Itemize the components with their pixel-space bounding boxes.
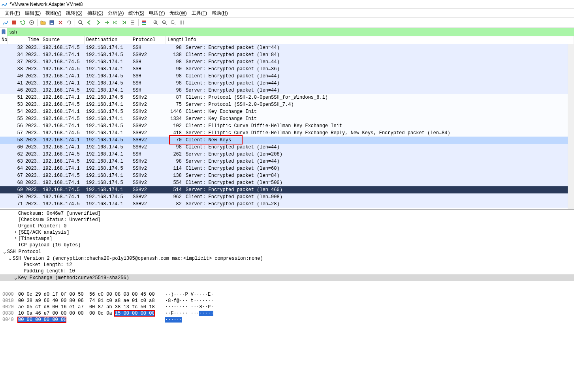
packet-row[interactable]: 622023…192.168.174.5192.168.174.1SSH262S… bbox=[0, 151, 574, 158]
go-last-icon[interactable] bbox=[120, 19, 128, 26]
menu-item[interactable]: 无线(W) bbox=[168, 9, 188, 17]
scrollbar[interactable] bbox=[568, 44, 574, 209]
packet-row[interactable]: 692023…192.168.174.5192.168.174.1SSHv251… bbox=[0, 186, 574, 193]
packet-row[interactable]: 372023…192.168.174.5192.168.174.1SSH98Se… bbox=[0, 58, 574, 66]
go-first-icon[interactable] bbox=[111, 19, 119, 26]
menu-item[interactable]: 统计(S) bbox=[127, 9, 146, 17]
hex-row[interactable]: 004000 00 00 00 00 00······ bbox=[2, 317, 572, 323]
cell-info: Server: Encrypted packet (len=208) bbox=[183, 152, 574, 157]
menu-item[interactable]: 电话(Y) bbox=[147, 9, 166, 17]
packet-row[interactable]: 582023…192.168.174.1192.168.174.5SSHv270… bbox=[0, 137, 574, 144]
column-source[interactable]: Source bbox=[41, 36, 85, 44]
cell-source: 192.168.174.5 bbox=[41, 130, 85, 136]
packet-row[interactable]: 412023…192.168.174.1192.168.174.5SSH98Cl… bbox=[0, 80, 574, 87]
find-packet-icon[interactable] bbox=[77, 19, 85, 26]
packet-row[interactable]: 552023…192.168.174.5192.168.174.1SSHv213… bbox=[0, 115, 574, 122]
detail-line[interactable]: Packet Length: 12 bbox=[0, 262, 574, 268]
menu-item[interactable]: 捕获(C) bbox=[86, 9, 105, 17]
packet-row[interactable]: 462023…192.168.174.5192.168.174.1SSH98Se… bbox=[0, 87, 574, 94]
auto-scroll-icon[interactable] bbox=[129, 19, 137, 26]
close-file-icon[interactable] bbox=[56, 19, 64, 26]
detail-line[interactable]: SSH Version 2 (encryption:chacha20-poly1… bbox=[0, 255, 574, 262]
cell-time: 2023… bbox=[24, 88, 41, 93]
cell-no: 51 bbox=[8, 95, 24, 100]
menubar[interactable]: 文件(F)编辑(E)视图(V)跳转(G)捕获(C)分析(A)统计(S)电话(Y)… bbox=[0, 9, 574, 17]
column-length[interactable]: Length bbox=[166, 36, 183, 44]
detail-line[interactable]: Checksum: 0x46e7 [unverified] bbox=[0, 210, 574, 217]
go-forward-icon[interactable] bbox=[94, 19, 102, 26]
detail-line[interactable]: Key Exchange (method:curve25519-sha256) bbox=[0, 274, 574, 281]
column-info[interactable]: Info bbox=[183, 36, 574, 44]
menu-item[interactable]: 编辑(E) bbox=[23, 9, 42, 17]
open-file-icon[interactable] bbox=[39, 19, 47, 26]
packet-row[interactable]: 602023…192.168.174.1192.168.174.5SSHv298… bbox=[0, 144, 574, 151]
titlebar: *VMware Network Adapter VMnet8 bbox=[0, 0, 574, 9]
menu-item[interactable]: 文件(F) bbox=[3, 9, 22, 17]
zoom-out-icon[interactable] bbox=[160, 19, 168, 26]
save-file-icon[interactable] bbox=[48, 19, 56, 26]
packet-bytes-pane[interactable]: 000000 0c 29 d0 1f 0f 00 50 56 c0 00 08 … bbox=[0, 290, 574, 392]
zoom-reset-icon[interactable] bbox=[169, 19, 177, 26]
packet-row[interactable]: 342023…192.168.174.1192.168.174.5SSHv213… bbox=[0, 51, 574, 58]
detail-line[interactable]: [SEQ/ACK analysis] bbox=[0, 229, 574, 236]
cell-info: Client: Key Exchange Init bbox=[183, 109, 574, 114]
packet-row[interactable]: 572023…192.168.174.5192.168.174.1SSHv241… bbox=[0, 129, 574, 137]
column-time[interactable]: Time bbox=[8, 36, 41, 44]
packet-list-header[interactable]: No. Time Source Destination Protocol Len… bbox=[0, 36, 574, 44]
cell-destination: 192.168.174.1 bbox=[85, 130, 131, 136]
packet-row[interactable]: 512023…192.168.174.1192.168.174.5SSHv287… bbox=[0, 94, 574, 101]
packet-row[interactable]: 642023…192.168.174.1192.168.174.5SSHv211… bbox=[0, 165, 574, 172]
packet-row[interactable]: 682023…192.168.174.1192.168.174.5SSHv255… bbox=[0, 179, 574, 186]
cell-destination: 192.168.174.1 bbox=[85, 116, 131, 122]
menu-item[interactable]: 跳转(G) bbox=[64, 9, 84, 17]
hex-row[interactable]: 003010 0a 46 e7 00 00 00 00 00 0c 0a 15 … bbox=[2, 311, 572, 317]
packet-row[interactable]: 322023…192.168.174.5192.168.174.1SSH98Se… bbox=[0, 44, 574, 51]
menu-item[interactable]: 帮助(H) bbox=[210, 9, 230, 17]
detail-line[interactable]: TCP payload (16 bytes) bbox=[0, 242, 574, 248]
packet-row[interactable]: 712023…192.168.174.5192.168.174.1SSHv282… bbox=[0, 201, 574, 208]
packet-row[interactable]: 672023…192.168.174.5192.168.174.1SSHv213… bbox=[0, 172, 574, 179]
display-filter-input[interactable] bbox=[7, 28, 574, 36]
cell-length: 262 bbox=[166, 152, 183, 157]
packet-row[interactable]: 702023…192.168.174.1192.168.174.5SSHv296… bbox=[0, 193, 574, 201]
cell-length: 98 bbox=[166, 45, 183, 51]
filter-bookmark-icon[interactable] bbox=[1, 29, 6, 35]
colorize-icon[interactable] bbox=[140, 19, 148, 26]
menu-item[interactable]: 工具(T) bbox=[190, 9, 209, 17]
column-no[interactable]: No. bbox=[0, 36, 8, 44]
packet-row[interactable]: 542023…192.168.174.1192.168.174.5SSHv214… bbox=[0, 108, 574, 115]
start-capture-icon[interactable] bbox=[2, 19, 9, 26]
detail-line[interactable]: SSH Protocol bbox=[0, 248, 574, 255]
reload-file-icon[interactable] bbox=[65, 19, 73, 26]
capture-options-icon[interactable] bbox=[28, 19, 36, 26]
detail-line[interactable]: Urgent Pointer: 0 bbox=[0, 223, 574, 229]
detail-line[interactable]: [Checksum Status: Unverified] bbox=[0, 217, 574, 223]
column-destination[interactable]: Destination bbox=[85, 36, 131, 44]
detail-line[interactable]: [Timestamps] bbox=[0, 236, 574, 242]
resize-columns-icon[interactable] bbox=[178, 19, 186, 26]
restart-capture-icon[interactable] bbox=[19, 19, 27, 26]
go-to-packet-icon[interactable] bbox=[103, 19, 111, 26]
menu-item[interactable]: 视图(V) bbox=[44, 9, 63, 17]
detail-line[interactable]: Padding Length: 10 bbox=[0, 268, 574, 274]
packet-row[interactable]: 532023…192.168.174.5192.168.174.1SSHv275… bbox=[0, 101, 574, 108]
packet-row[interactable]: 402023…192.168.174.1192.168.174.5SSH98Cl… bbox=[0, 73, 574, 80]
column-protocol[interactable]: Protocol bbox=[131, 36, 166, 44]
cell-source: 192.168.174.1 bbox=[41, 52, 85, 58]
cell-time: 2023… bbox=[24, 95, 41, 100]
stop-capture-icon[interactable] bbox=[10, 19, 18, 26]
packet-details-pane[interactable]: Checksum: 0x46e7 [unverified][Checksum S… bbox=[0, 209, 574, 290]
packet-row[interactable]: 562023…192.168.174.1192.168.174.5SSHv210… bbox=[0, 122, 574, 129]
packet-row[interactable]: 382023…192.168.174.5192.168.174.1SSH90Se… bbox=[0, 66, 574, 73]
cell-info: Client: New Keys bbox=[183, 137, 574, 143]
hex-row[interactable]: 0020ae 05 cf d8 00 16 e1 a7 00 87 ab 38 … bbox=[2, 304, 572, 311]
packet-row[interactable]: 632023…192.168.174.5192.168.174.1SSHv298… bbox=[0, 158, 574, 165]
cell-no: 37 bbox=[8, 59, 24, 65]
zoom-in-icon[interactable] bbox=[152, 19, 160, 26]
menu-item[interactable]: 分析(A) bbox=[106, 9, 125, 17]
hex-row[interactable]: 001000 38 a9 66 40 00 80 06 74 01 c0 a8 … bbox=[2, 298, 572, 304]
go-back-icon[interactable] bbox=[85, 19, 93, 26]
cell-no: 54 bbox=[8, 109, 24, 114]
hex-row[interactable]: 000000 0c 29 d0 1f 0f 00 50 56 c0 00 08 … bbox=[2, 292, 572, 298]
packet-list[interactable]: 322023…192.168.174.5192.168.174.1SSH98Se… bbox=[0, 44, 574, 209]
